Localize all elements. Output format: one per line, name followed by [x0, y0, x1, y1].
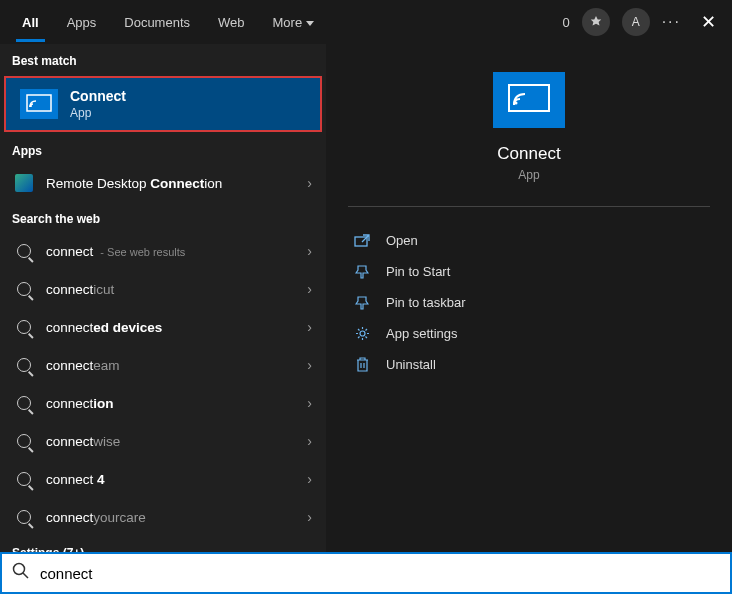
web-result-0[interactable]: connect - See web results› — [0, 232, 326, 270]
chevron-right-icon[interactable]: › — [307, 357, 312, 373]
action-label: App settings — [386, 326, 458, 341]
pin-start-icon — [352, 265, 372, 279]
search-icon — [17, 472, 31, 486]
rdp-icon — [15, 174, 33, 192]
detail-app-icon — [493, 72, 565, 128]
web-result-7[interactable]: connectyourcare› — [0, 498, 326, 536]
reward-count: 0 — [562, 15, 569, 30]
section-search-web: Search the web — [0, 202, 326, 232]
best-match-subtitle: App — [70, 106, 126, 120]
section-best-match: Best match — [0, 44, 326, 74]
chevron-right-icon[interactable]: › — [307, 433, 312, 449]
search-icon — [17, 396, 31, 410]
search-icon — [17, 358, 31, 372]
chevron-right-icon[interactable]: › — [307, 471, 312, 487]
chevron-right-icon[interactable]: › — [307, 243, 312, 259]
search-input[interactable] — [40, 565, 720, 582]
search-bar[interactable] — [0, 552, 732, 594]
chevron-right-icon[interactable]: › — [307, 319, 312, 335]
tab-all[interactable]: All — [8, 3, 53, 42]
action-open[interactable]: Open — [348, 225, 710, 256]
account-avatar[interactable]: A — [622, 8, 650, 36]
search-icon — [17, 244, 31, 258]
web-result-3[interactable]: connecteam› — [0, 346, 326, 384]
open-icon — [352, 234, 372, 248]
section-settings[interactable]: Settings (7+) — [0, 536, 326, 552]
close-icon[interactable]: ✕ — [693, 7, 724, 37]
search-icon — [12, 562, 30, 584]
action-pin-start[interactable]: Pin to Start — [348, 256, 710, 287]
svg-point-5 — [360, 331, 365, 336]
action-settings[interactable]: App settings — [348, 318, 710, 349]
section-apps: Apps — [0, 134, 326, 164]
more-options-icon[interactable]: ··· — [662, 13, 681, 31]
svg-line-7 — [23, 573, 28, 578]
action-label: Pin to taskbar — [386, 295, 466, 310]
filter-tabs: All Apps Documents Web More — [8, 3, 328, 42]
svg-point-1 — [30, 105, 32, 107]
divider — [348, 206, 710, 207]
settings-icon — [352, 326, 372, 341]
detail-panel: Connect App OpenPin to StartPin to taskb… — [326, 44, 732, 552]
web-result-6[interactable]: connect 4› — [0, 460, 326, 498]
chevron-right-icon[interactable]: › — [307, 395, 312, 411]
web-result-5[interactable]: connectwise› — [0, 422, 326, 460]
detail-title: Connect — [497, 144, 560, 164]
connect-app-icon — [20, 89, 58, 119]
web-result-2[interactable]: connected devices› — [0, 308, 326, 346]
action-pin-taskbar[interactable]: Pin to taskbar — [348, 287, 710, 318]
action-label: Pin to Start — [386, 264, 450, 279]
header-bar: All Apps Documents Web More 0 A ··· ✕ — [0, 0, 732, 44]
chevron-down-icon — [306, 21, 314, 26]
results-panel: Best match Connect App Apps Remote Deskt… — [0, 44, 326, 552]
tab-documents[interactable]: Documents — [110, 3, 204, 42]
detail-subtitle: App — [518, 168, 539, 182]
search-icon — [17, 434, 31, 448]
best-match-connect[interactable]: Connect App — [4, 76, 322, 132]
uninstall-icon — [352, 357, 372, 372]
rewards-icon[interactable] — [582, 8, 610, 36]
chevron-right-icon[interactable]: › — [307, 509, 312, 525]
chevron-right-icon[interactable]: › — [307, 281, 312, 297]
action-uninstall[interactable]: Uninstall — [348, 349, 710, 380]
tab-apps[interactable]: Apps — [53, 3, 111, 42]
chevron-right-icon[interactable]: › — [307, 175, 312, 191]
app-result-rdp[interactable]: Remote Desktop Connection › — [0, 164, 326, 202]
tab-web[interactable]: Web — [204, 3, 259, 42]
svg-point-3 — [515, 102, 518, 105]
search-icon — [17, 282, 31, 296]
web-result-4[interactable]: connection› — [0, 384, 326, 422]
search-icon — [17, 320, 31, 334]
svg-point-6 — [14, 564, 25, 575]
action-label: Open — [386, 233, 418, 248]
tab-more[interactable]: More — [259, 3, 329, 42]
best-match-title: Connect — [70, 88, 126, 104]
search-icon — [17, 510, 31, 524]
web-result-1[interactable]: connecticut› — [0, 270, 326, 308]
action-label: Uninstall — [386, 357, 436, 372]
pin-taskbar-icon — [352, 296, 372, 310]
